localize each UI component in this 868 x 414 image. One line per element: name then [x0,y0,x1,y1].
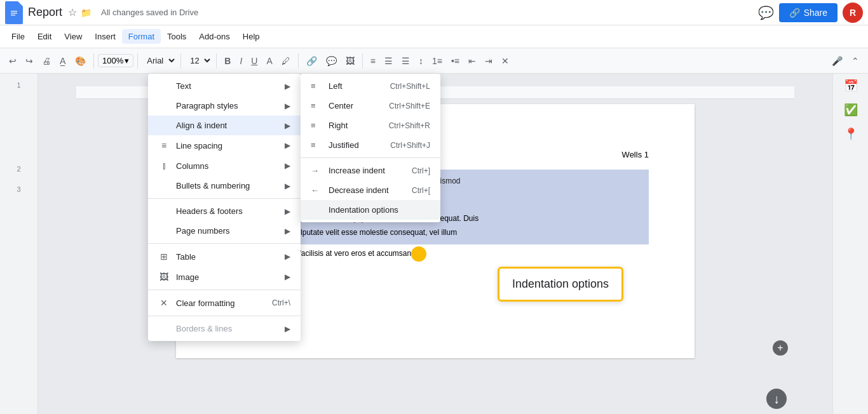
menu-view[interactable]: View [58,29,88,44]
align-left-icon: ≡ [311,81,322,91]
link-button[interactable]: 🔗 [302,53,321,69]
menu-help[interactable]: Help [236,29,266,44]
format-headers-item[interactable]: Headers & footers ▶ [148,201,301,221]
tasks-icon[interactable]: ✅ [844,103,858,117]
comments-button[interactable]: 💬 [758,5,774,20]
format-divider-1 [148,198,301,199]
page-numbers-arrow: ▶ [285,227,290,236]
format-borders-item: Borders & lines ▶ [148,319,301,338]
paragraph-styles-arrow: ▶ [285,102,290,110]
align-left-item[interactable]: ≡ Left Ctrl+Shift+L [301,76,440,96]
menu-format[interactable]: Format [122,29,161,44]
bottom-add-button[interactable]: ↓ [766,389,787,409]
format-columns-label: Columns [176,161,208,171]
toolbar-right: 🎤 ⌃ [828,53,863,69]
redo-button[interactable]: ↪ [22,53,37,69]
insert-comment-button[interactable]: 💬 [322,53,341,69]
align-center-item[interactable]: ≡ Center Ctrl+Shift+E [301,96,440,116]
star-icon[interactable]: ☆ [68,6,77,18]
menu-insert[interactable]: Insert [88,29,122,44]
unordered-list-button[interactable]: •≡ [447,53,463,69]
decrease-indent-button[interactable]: ⇤ [465,53,480,69]
font-size-select[interactable]: 12 [185,54,212,67]
format-page-numbers-label: Page numbers [176,226,230,236]
text-color-button[interactable]: A [262,53,276,69]
clear-format-button[interactable]: ✕ [498,53,513,69]
right-panel: 📅 ✅ 📍 [832,74,868,414]
indentation-options-label: Indentation options [329,205,398,215]
zoom-control[interactable]: 100% ▾ [98,54,133,67]
align-center-icon: ≡ [311,101,322,110]
format-image-label: Image [176,272,199,282]
zoom-value: 100% [102,56,123,65]
align-right-shortcut: Ctrl+Shift+R [389,121,430,130]
paint-format-button[interactable]: 🎨 [71,53,90,69]
align-center-shortcut: Ctrl+Shift+E [389,102,430,110]
italic-button[interactable]: I [236,53,246,69]
voice-button[interactable]: 🎤 [828,53,846,69]
align-center-label: Center [329,101,353,110]
share-button[interactable]: 🔗 Share [779,3,837,22]
format-divider-4 [148,316,301,316]
autosave-status: All changes saved in Drive [101,8,198,17]
align-right-button[interactable]: ☰ [398,53,414,69]
increase-indent-button[interactable]: ⇥ [481,53,496,69]
undo-button[interactable]: ↩ [5,53,20,69]
format-clear-label: Clear formatting [176,298,234,308]
format-text-item[interactable]: Text ▶ [148,76,301,96]
spellcheck-button[interactable]: A̲ [56,53,70,69]
image-icon: 🖼 [158,272,170,282]
expand-button[interactable]: ⌃ [848,53,863,69]
format-image-item[interactable]: 🖼 Image ▶ [148,267,301,287]
line-spacing-button[interactable]: ↕ [415,53,427,69]
align-justified-item[interactable]: ≡ Justified Ctrl+Shift+J [301,135,440,155]
menu-edit[interactable]: Edit [31,29,58,44]
format-menu: Text ▶ Paragraph styles ▶ Align & indent… [148,74,301,341]
indentation-options-item[interactable]: Indentation options [301,200,440,220]
toolbar-divider-2 [137,53,138,69]
bold-button[interactable]: B [220,53,234,69]
decrease-indent-item[interactable]: ← Decrease indent Ctrl+[ [301,180,440,200]
align-center-button[interactable]: ☰ [381,53,397,69]
align-justified-shortcut: Ctrl+Shift+J [390,141,430,150]
menu-addons[interactable]: Add-ons [193,29,236,44]
calendar-icon[interactable]: 📅 [844,79,858,93]
align-right-item[interactable]: ≡ Right Ctrl+Shift+R [301,116,440,135]
share-label: Share [804,8,827,18]
clear-icon: ✕ [158,298,170,308]
format-columns-item[interactable]: ⫿ Columns ▶ [148,156,301,176]
format-page-numbers-item[interactable]: Page numbers ▶ [148,221,301,241]
font-family-select[interactable]: Arial [142,54,177,67]
insert-image-button[interactable]: 🖼 [342,53,358,69]
headers-arrow: ▶ [285,207,290,216]
topbar: Report ☆ 📁 All changes saved in Drive 💬 … [0,0,868,25]
format-line-spacing-item[interactable]: ≡ Line spacing ▶ [148,135,301,156]
line-spacing-arrow: ▶ [285,141,290,150]
menu-tools[interactable]: Tools [161,29,193,44]
highlight-button[interactable]: 🖊 [278,53,294,69]
menu-file[interactable]: File [5,29,31,44]
align-left-label: Left [329,81,342,91]
maps-icon[interactable]: 📍 [844,127,858,141]
folder-icon[interactable]: 📁 [81,8,92,18]
align-right-label: Right [329,121,348,130]
underline-button[interactable]: U [247,53,261,69]
increase-indent-item[interactable]: → Increase indent Ctrl+] [301,161,440,180]
columns-arrow: ▶ [285,161,290,170]
zoom-dropdown-icon: ▾ [125,56,129,65]
align-left-button[interactable]: ≡ [367,53,379,69]
ordered-list-button[interactable]: 1≡ [428,53,446,69]
increase-indent-icon: → [311,166,322,175]
format-paragraph-styles-item[interactable]: Paragraph styles ▶ [148,96,301,116]
format-align-indent-item[interactable]: Align & indent ▶ [148,116,301,135]
format-clear-item[interactable]: ✕ Clear formatting Ctrl+\ [148,293,301,313]
toolbar: ↩ ↪ 🖨 A̲ 🎨 100% ▾ Arial 12 B I U A 🖊 🔗 💬… [0,48,868,74]
align-right-icon: ≡ [311,121,322,130]
increase-indent-shortcut: Ctrl+] [412,166,430,175]
format-line-spacing-label: Line spacing [176,141,222,150]
print-button[interactable]: 🖨 [38,53,55,69]
format-bullets-item[interactable]: Bullets & numbering ▶ [148,176,301,196]
yellow-dot-pointer [411,246,426,262]
format-table-item[interactable]: ⊞ Table ▶ [148,246,301,267]
add-content-button[interactable]: + [773,340,788,356]
